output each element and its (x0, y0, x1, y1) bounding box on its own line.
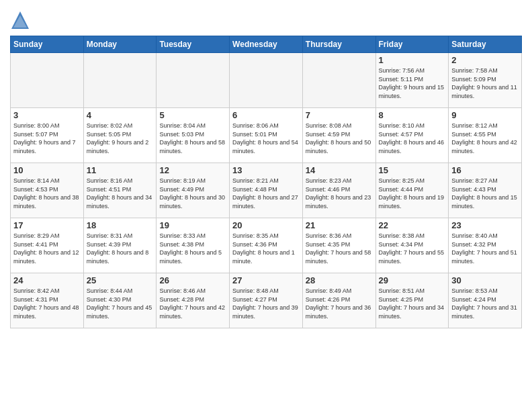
column-header-wednesday: Wednesday (230, 36, 303, 53)
day-info: Sunrise: 8:35 AMSunset: 4:36 PMDaylight:… (232, 232, 300, 265)
day-number: 17 (13, 220, 81, 230)
day-info: Sunrise: 8:14 AMSunset: 4:53 PMDaylight:… (13, 177, 81, 210)
day-info: Sunrise: 7:56 AMSunset: 5:11 PMDaylight:… (379, 66, 446, 100)
calendar-body: 1Sunrise: 7:56 AMSunset: 5:11 PMDaylight… (11, 53, 522, 328)
calendar-cell: 29Sunrise: 8:51 AMSunset: 4:25 PMDayligh… (375, 273, 449, 328)
day-info: Sunrise: 8:00 AMSunset: 5:07 PMDaylight:… (13, 122, 81, 155)
day-number: 23 (451, 220, 519, 230)
header (10, 7, 522, 30)
calendar-cell: 20Sunrise: 8:35 AMSunset: 4:36 PMDayligh… (230, 218, 303, 273)
day-info: Sunrise: 8:25 AMSunset: 4:44 PMDaylight:… (379, 177, 446, 210)
calendar-cell: 5Sunrise: 8:04 AMSunset: 5:03 PMDaylight… (157, 108, 230, 163)
day-info: Sunrise: 7:58 AMSunset: 5:09 PMDaylight:… (451, 66, 519, 100)
column-header-tuesday: Tuesday (157, 36, 230, 53)
column-header-friday: Friday (375, 36, 449, 53)
calendar-cell: 14Sunrise: 8:23 AMSunset: 4:46 PMDayligh… (302, 163, 375, 218)
column-header-saturday: Saturday (449, 36, 522, 53)
day-info: Sunrise: 8:10 AMSunset: 4:57 PMDaylight:… (379, 122, 446, 155)
day-info: Sunrise: 8:27 AMSunset: 4:43 PMDaylight:… (451, 177, 519, 210)
day-number: 5 (159, 110, 226, 120)
calendar-cell: 4Sunrise: 8:02 AMSunset: 5:05 PMDaylight… (83, 108, 157, 163)
calendar-cell: 11Sunrise: 8:16 AMSunset: 4:51 PMDayligh… (83, 163, 157, 218)
calendar-week-4: 17Sunrise: 8:29 AMSunset: 4:41 PMDayligh… (11, 218, 522, 273)
day-number: 14 (306, 165, 373, 175)
day-number: 22 (379, 220, 446, 230)
day-number: 9 (451, 110, 519, 120)
day-info: Sunrise: 8:04 AMSunset: 5:03 PMDaylight:… (159, 122, 226, 155)
calendar-cell: 17Sunrise: 8:29 AMSunset: 4:41 PMDayligh… (11, 218, 84, 273)
calendar-cell: 15Sunrise: 8:25 AMSunset: 4:44 PMDayligh… (375, 163, 449, 218)
calendar-cell: 22Sunrise: 8:38 AMSunset: 4:34 PMDayligh… (375, 218, 449, 273)
calendar-cell: 21Sunrise: 8:36 AMSunset: 4:35 PMDayligh… (302, 218, 375, 273)
day-number: 10 (13, 165, 81, 175)
day-info: Sunrise: 8:16 AMSunset: 4:51 PMDaylight:… (87, 177, 154, 210)
day-number: 19 (159, 220, 226, 230)
day-info: Sunrise: 8:51 AMSunset: 4:25 PMDaylight:… (379, 287, 446, 320)
day-info: Sunrise: 8:23 AMSunset: 4:46 PMDaylight:… (306, 177, 373, 210)
day-number: 3 (13, 110, 81, 120)
calendar-week-3: 10Sunrise: 8:14 AMSunset: 4:53 PMDayligh… (11, 163, 522, 218)
logo-icon (10, 10, 30, 30)
column-header-monday: Monday (83, 36, 157, 53)
day-info: Sunrise: 8:48 AMSunset: 4:27 PMDaylight:… (232, 287, 300, 320)
day-number: 28 (306, 275, 373, 285)
calendar-cell: 1Sunrise: 7:56 AMSunset: 5:11 PMDaylight… (375, 53, 449, 108)
day-info: Sunrise: 8:08 AMSunset: 4:59 PMDaylight:… (306, 122, 373, 155)
calendar-cell: 12Sunrise: 8:19 AMSunset: 4:49 PMDayligh… (157, 163, 230, 218)
calendar-cell (302, 53, 375, 108)
day-info: Sunrise: 8:38 AMSunset: 4:34 PMDaylight:… (379, 232, 446, 265)
day-info: Sunrise: 8:40 AMSunset: 4:32 PMDaylight:… (451, 232, 519, 265)
calendar-cell (230, 53, 303, 108)
day-info: Sunrise: 8:02 AMSunset: 5:05 PMDaylight:… (87, 122, 154, 155)
day-number: 27 (232, 275, 300, 285)
day-number: 18 (87, 220, 154, 230)
page-container: SundayMondayTuesdayWednesdayThursdayFrid… (0, 0, 532, 335)
calendar-header-row: SundayMondayTuesdayWednesdayThursdayFrid… (11, 36, 522, 53)
calendar-cell: 9Sunrise: 8:12 AMSunset: 4:55 PMDaylight… (449, 108, 522, 163)
day-info: Sunrise: 8:06 AMSunset: 5:01 PMDaylight:… (232, 122, 300, 155)
calendar-cell: 30Sunrise: 8:53 AMSunset: 4:24 PMDayligh… (449, 273, 522, 328)
calendar-cell: 3Sunrise: 8:00 AMSunset: 5:07 PMDaylight… (11, 108, 84, 163)
calendar-cell: 27Sunrise: 8:48 AMSunset: 4:27 PMDayligh… (230, 273, 303, 328)
calendar-cell: 8Sunrise: 8:10 AMSunset: 4:57 PMDaylight… (375, 108, 449, 163)
day-number: 25 (87, 275, 154, 285)
calendar-cell: 19Sunrise: 8:33 AMSunset: 4:38 PMDayligh… (157, 218, 230, 273)
day-info: Sunrise: 8:49 AMSunset: 4:26 PMDaylight:… (306, 287, 373, 320)
day-number: 21 (306, 220, 373, 230)
calendar-cell: 18Sunrise: 8:31 AMSunset: 4:39 PMDayligh… (83, 218, 157, 273)
calendar-cell: 28Sunrise: 8:49 AMSunset: 4:26 PMDayligh… (302, 273, 375, 328)
column-header-thursday: Thursday (302, 36, 375, 53)
day-number: 4 (87, 110, 154, 120)
day-number: 8 (379, 110, 446, 120)
day-info: Sunrise: 8:29 AMSunset: 4:41 PMDaylight:… (13, 232, 81, 265)
logo (10, 10, 32, 30)
calendar-cell: 13Sunrise: 8:21 AMSunset: 4:48 PMDayligh… (230, 163, 303, 218)
day-number: 6 (232, 110, 300, 120)
calendar-cell (83, 53, 157, 108)
day-info: Sunrise: 8:12 AMSunset: 4:55 PMDaylight:… (451, 122, 519, 155)
calendar-cell: 10Sunrise: 8:14 AMSunset: 4:53 PMDayligh… (11, 163, 84, 218)
day-info: Sunrise: 8:42 AMSunset: 4:31 PMDaylight:… (13, 287, 81, 320)
day-info: Sunrise: 8:36 AMSunset: 4:35 PMDaylight:… (306, 232, 373, 265)
day-number: 30 (451, 275, 519, 285)
day-number: 26 (159, 275, 226, 285)
day-info: Sunrise: 8:46 AMSunset: 4:28 PMDaylight:… (159, 287, 226, 320)
calendar-cell (157, 53, 230, 108)
calendar-cell: 25Sunrise: 8:44 AMSunset: 4:30 PMDayligh… (83, 273, 157, 328)
calendar-cell: 23Sunrise: 8:40 AMSunset: 4:32 PMDayligh… (449, 218, 522, 273)
column-header-sunday: Sunday (11, 36, 84, 53)
day-number: 2 (451, 55, 519, 65)
calendar-cell: 6Sunrise: 8:06 AMSunset: 5:01 PMDaylight… (230, 108, 303, 163)
day-info: Sunrise: 8:31 AMSunset: 4:39 PMDaylight:… (87, 232, 154, 265)
calendar-cell: 26Sunrise: 8:46 AMSunset: 4:28 PMDayligh… (157, 273, 230, 328)
day-info: Sunrise: 8:33 AMSunset: 4:38 PMDaylight:… (159, 232, 226, 265)
calendar-cell: 16Sunrise: 8:27 AMSunset: 4:43 PMDayligh… (449, 163, 522, 218)
day-number: 13 (232, 165, 300, 175)
day-number: 24 (13, 275, 81, 285)
day-number: 29 (379, 275, 446, 285)
day-number: 7 (306, 110, 373, 120)
day-number: 16 (451, 165, 519, 175)
day-info: Sunrise: 8:19 AMSunset: 4:49 PMDaylight:… (159, 177, 226, 210)
day-number: 20 (232, 220, 300, 230)
calendar-cell: 24Sunrise: 8:42 AMSunset: 4:31 PMDayligh… (11, 273, 84, 328)
